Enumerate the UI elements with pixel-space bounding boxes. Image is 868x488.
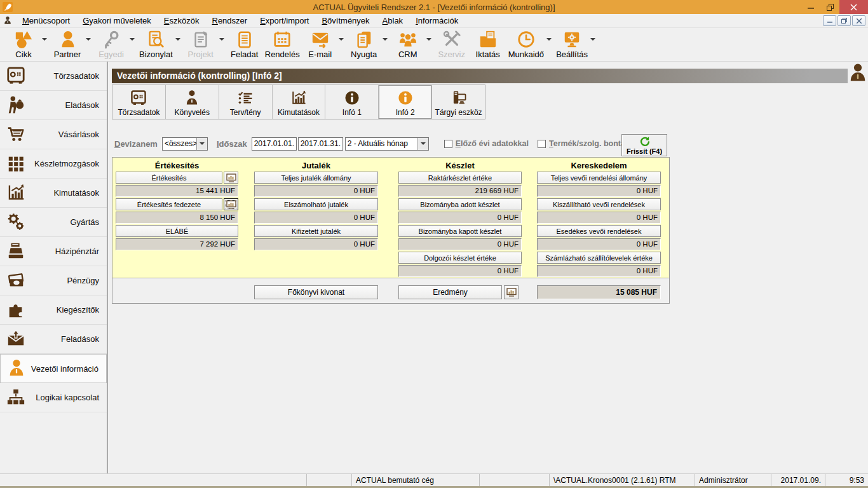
toolbar-bizonylat[interactable]: Bizonylat [138, 30, 182, 59]
document-search-icon [146, 30, 165, 49]
esedekes-rendelesek-button[interactable]: Esedékes vevői rendelések [537, 225, 661, 237]
fokonyvi-kivonat-button[interactable]: Főkönyvi kivonat [254, 285, 378, 299]
raktarkeszlet-button[interactable]: Raktárkészlet értéke [398, 172, 522, 184]
ertekesites-button[interactable]: Értékesítés [116, 172, 222, 184]
tab-terv-teny[interactable]: Terv/tény [219, 85, 273, 119]
sidebar-item-feladasok[interactable]: Feladások [0, 325, 107, 354]
controlling-panel: Értékesítés Értékesítés 15 441 HUF Érték… [112, 157, 670, 304]
menu-informaciok[interactable]: Információk [409, 14, 465, 28]
date-from-input[interactable] [252, 137, 297, 151]
sidebar-item-kimutatasok[interactable]: Kimutatások [0, 179, 107, 208]
eredmeny-button[interactable]: Eredmény [398, 285, 502, 299]
kiszallithato-rendelesek-button[interactable]: Kiszállítható vevői rendelések [537, 198, 661, 210]
child-window-title-bar: Vezetői információ (kontrolling) [Infó 2… [112, 69, 848, 83]
restore-icon[interactable] [820, 0, 839, 14]
period-select[interactable]: 2 - Aktuális hónap [345, 137, 429, 151]
tab-targyi-eszkoz[interactable]: Tárgyi eszköz [432, 85, 485, 119]
mdi-minimize-icon[interactable] [823, 15, 836, 26]
refresh-button[interactable]: Frissít (F4) [621, 134, 667, 156]
safe-icon [130, 88, 147, 107]
value-field: 0 HUF [537, 185, 661, 197]
chevron-down-icon[interactable] [85, 38, 92, 43]
chevron-down-icon[interactable] [41, 38, 48, 43]
toolbar-iktatas[interactable]: Iktatás [471, 30, 505, 59]
mini-chart-button[interactable] [224, 198, 238, 210]
toolbar-cikk[interactable]: Cikk [6, 30, 48, 59]
sidebar-item-torzsadatok[interactable]: Törzsadatok [0, 62, 107, 91]
toolbar-partner[interactable]: Partner [50, 30, 92, 59]
mini-chart-button[interactable] [224, 172, 238, 184]
elszamolhato-jutalek-button[interactable]: Elszámolható jutalék [254, 198, 378, 210]
toolbar-rendeles[interactable]: Rendelés [264, 30, 301, 59]
teljes-jutalek-button[interactable]: Teljes jutalék állomány [254, 172, 378, 184]
tab-konyveles[interactable]: Könyvelés [166, 85, 219, 119]
status-bar: ACTUAL bemutató cég \ACTUAL.Kronos0001 (… [0, 473, 868, 486]
mini-chart-button[interactable] [504, 285, 519, 299]
menu-export-import[interactable]: Export/import [254, 14, 315, 28]
elabe-button[interactable]: ELÁBÉ [116, 225, 238, 237]
toolbar-munkaido[interactable]: Munkaidő [507, 30, 553, 59]
close-icon[interactable] [839, 0, 868, 14]
sidebar-item-logikai-kapcsolat[interactable]: Logikai kapcsolat [0, 383, 107, 412]
grid-icon [6, 154, 27, 174]
breakdown-checkbox[interactable] [538, 140, 546, 148]
sidebar-item-vasarlasok[interactable]: Vásárlások [0, 120, 107, 149]
menu-eszkozok[interactable]: Eszközök [158, 14, 206, 28]
menu-rendszer[interactable]: Rendszer [205, 14, 254, 28]
sidebar-item-kiegeszitok[interactable]: Kiegészítők [0, 295, 107, 325]
ertekesites-fedezete-button[interactable]: Értékesítés fedezete [116, 198, 222, 210]
mdi-restore-icon[interactable] [837, 15, 851, 26]
toolbar-feladat[interactable]: Feladat [227, 30, 262, 59]
sidebar-item-eladasok[interactable]: Eladások [0, 91, 107, 120]
column-kereskedelem: Kereskedelem Teljes vevői rendelési állo… [537, 158, 661, 278]
menu-gyakori-muveletek[interactable]: Gyakori műveletek [76, 14, 158, 28]
chevron-down-icon[interactable] [545, 38, 553, 43]
refresh-icon [639, 136, 650, 147]
kifizetett-jutalek-button[interactable]: Kifizetett jutalék [254, 225, 378, 237]
sidebar-item-penzugy[interactable]: Pénzügy [0, 266, 107, 295]
sidebar-item-vezetoi-informacio[interactable]: Vezetői információ [0, 354, 107, 383]
chevron-down-icon[interactable] [381, 38, 389, 43]
teljes-vevoi-rendelesi-button[interactable]: Teljes vevői rendelési állomány [537, 172, 661, 184]
sidebar-item-keszletmozgasok[interactable]: Készletmozgások [0, 149, 107, 179]
app-logo-icon[interactable] [3, 2, 13, 12]
chevron-down-icon[interactable] [425, 38, 433, 43]
minimize-icon[interactable] [801, 0, 820, 14]
chevron-down-icon[interactable] [337, 38, 345, 43]
prev-year-checkbox[interactable] [444, 140, 452, 148]
tab-info-1[interactable]: Infó 1 [325, 85, 379, 119]
date-to-input[interactable] [298, 137, 343, 151]
tab-torzsadatok[interactable]: Törzsadatok [112, 85, 166, 119]
value-field: 7 292 HUF [116, 238, 238, 250]
menu-ablak[interactable]: Ablak [376, 14, 410, 28]
toolbar-email[interactable]: E-mail [303, 30, 345, 59]
status-user: Adminisztrátor [695, 474, 771, 486]
chevron-down-icon[interactable] [174, 38, 182, 43]
value-field: 0 HUF [398, 212, 522, 224]
mdi-close-icon[interactable] [852, 15, 865, 26]
checklist-icon [237, 88, 254, 107]
menu-bovitmenyek[interactable]: Bővítmények [315, 14, 376, 28]
bar-chart-icon [290, 88, 307, 107]
child-window-system-icon[interactable] [3, 16, 12, 25]
sidebar-item-gyartas[interactable]: Gyártás [0, 208, 107, 237]
toolbar-beallitas[interactable]: Beállítás [555, 30, 597, 59]
tab-kimutatasok[interactable]: Kimutatások [273, 85, 326, 119]
chevron-down-icon[interactable] [589, 38, 597, 43]
toolbar-nyugta[interactable]: Nyugta [347, 30, 389, 59]
document-pin-icon [191, 30, 210, 49]
menu-menucsoport[interactable]: Menücsoport [16, 14, 76, 28]
dolgozoi-keszlet-button[interactable]: Dolgozói készlet értéke [398, 252, 522, 264]
gears-icon [6, 212, 27, 233]
person-icon [7, 358, 27, 379]
szamlazhato-szallitolevelek-button[interactable]: Számlázható szállítólevelek értéke [537, 252, 661, 264]
bizomanyba-adott-button[interactable]: Bizományba adott készlet [398, 198, 522, 210]
cash-register-icon [6, 241, 27, 262]
sidebar-item-hazipenztar[interactable]: Házipénztár [0, 237, 107, 266]
currency-select[interactable]: <összes> [162, 137, 208, 151]
toolbar-crm[interactable]: CRM [391, 30, 433, 59]
tab-info-2[interactable]: Infó 2 [379, 85, 432, 119]
bizomanyba-kapott-button[interactable]: Bizományba kapott készlet [398, 225, 522, 237]
value-field: 0 HUF [254, 185, 378, 197]
main-content: Vezetői információ (kontrolling) [Infó 2… [109, 62, 868, 473]
